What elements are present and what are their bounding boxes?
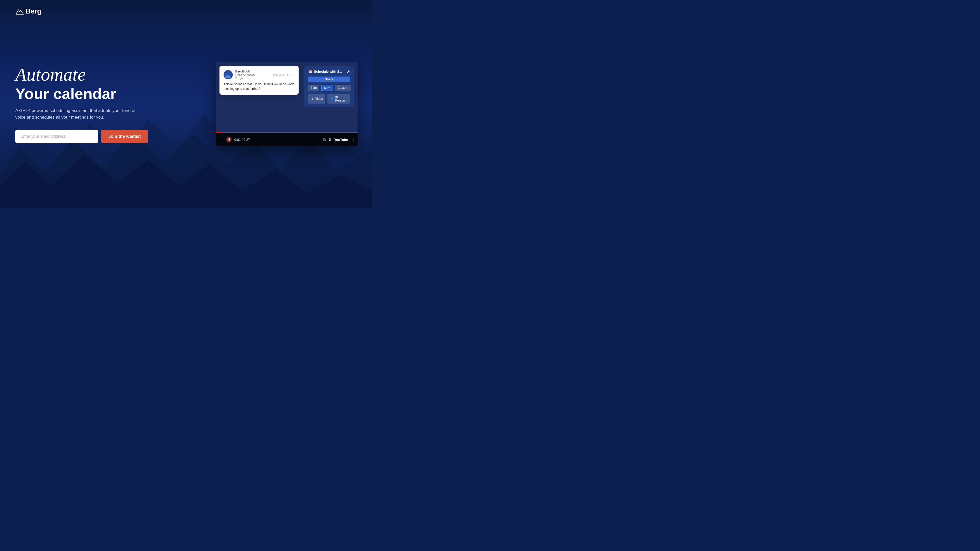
- chat-app-name: BergBook: [235, 70, 269, 73]
- schedule-panel: 📅 Schedule with S... ↗ Share 30m 60m Cus…: [304, 66, 354, 106]
- hero-content: Automate Your calendar A GPT4 powered sc…: [15, 65, 148, 143]
- meeting-type: 🖥 Video 👤 In Person: [308, 94, 350, 103]
- duration-custom[interactable]: Custom: [335, 85, 351, 91]
- chat-to: To: you: [235, 77, 269, 80]
- share-icon[interactable]: ↗: [347, 69, 350, 74]
- chat-sender: Bella Andrews: [235, 73, 269, 77]
- mute-button[interactable]: 🔇: [226, 137, 232, 142]
- progress-fill: [216, 132, 221, 133]
- schedule-header: 📅 Schedule with S... ↗: [308, 69, 350, 74]
- video-player[interactable]: BergBook Bella Andrews To: you Today 15:…: [216, 62, 358, 146]
- settings-button[interactable]: ⚙: [328, 138, 331, 141]
- more-icon: ⋮: [291, 73, 294, 77]
- chat-timestamp: Today 15:20: [272, 73, 286, 76]
- chat-card: BergBook Bella Andrews To: you Today 15:…: [220, 66, 299, 95]
- waitlist-button[interactable]: Join the waitlist: [101, 130, 148, 143]
- calendar-icon: 📅: [308, 70, 312, 73]
- duration-options: 30m 60m Custom: [308, 85, 350, 91]
- logo-text: Berg: [25, 7, 41, 15]
- chat-header: BergBook Bella Andrews To: you Today 15:…: [224, 70, 294, 80]
- chat-name-block: BergBook Bella Andrews To: you: [235, 70, 269, 80]
- person-icon: 👤: [330, 97, 334, 100]
- type-video[interactable]: 🖥 Video: [308, 94, 325, 103]
- duration-30m[interactable]: 30m: [308, 85, 319, 91]
- email-input[interactable]: [15, 130, 98, 143]
- email-form: Join the waitlist: [15, 130, 148, 143]
- headline-bold: Your calendar: [15, 85, 148, 102]
- video-controls: ⏸ 🔇 0:01 / 0:27 ⧉ ⚙ YouTube ⛶: [216, 133, 358, 146]
- svg-point-0: [224, 70, 233, 79]
- avatar: [224, 70, 233, 79]
- fullscreen-button[interactable]: ⛶: [350, 138, 354, 141]
- hero-subtext: A GPT4 powered scheduling assistant that…: [15, 107, 143, 121]
- duration-60m[interactable]: 60m: [321, 85, 333, 91]
- logo[interactable]: Berg: [15, 7, 41, 15]
- progress-bar[interactable]: [216, 132, 358, 133]
- youtube-label: YouTube: [334, 138, 348, 141]
- reply-icon: ↩: [287, 73, 290, 77]
- video-icon: 🖥: [311, 97, 314, 100]
- type-in-person[interactable]: 👤 In Person: [328, 94, 350, 103]
- captions-button[interactable]: ⧉: [323, 138, 326, 142]
- video-time: 0:01 / 0:27: [234, 138, 250, 141]
- schedule-title: 📅 Schedule with S...: [308, 70, 342, 73]
- logo-mountain-icon: [15, 8, 24, 15]
- video-content-area: BergBook Bella Andrews To: you Today 15:…: [216, 62, 358, 133]
- share-button[interactable]: Share: [308, 76, 350, 82]
- pause-button[interactable]: ⏸: [220, 137, 224, 142]
- chat-message: This all sounds great. Do you think it w…: [224, 82, 294, 91]
- headline-italic: Automate: [15, 65, 148, 84]
